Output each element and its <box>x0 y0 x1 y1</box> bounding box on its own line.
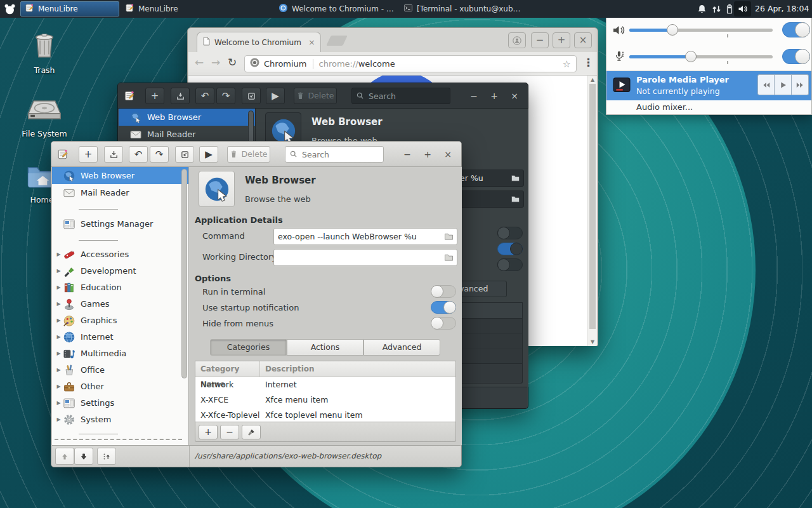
expander-icon[interactable]: ▶ <box>55 251 63 257</box>
task-button-chromium[interactable]: Welcome to Chromium - Chr... <box>274 1 402 17</box>
sidebar-item-mail-reader[interactable]: Mail Reader <box>52 184 188 201</box>
applications-menu-button[interactable] <box>2 2 17 16</box>
address-bar[interactable]: Chromium chrome:// welcome ☆ <box>244 55 577 72</box>
bookmark-star-icon[interactable]: ☆ <box>563 58 571 70</box>
delete-button[interactable]: Delete <box>294 88 337 104</box>
back-icon[interactable]: ← <box>195 56 204 69</box>
table-row[interactable]: NetworkInternet <box>195 377 455 392</box>
panel-clock[interactable]: 26 Apr, 18:04 <box>755 0 809 18</box>
column-header[interactable]: Category Name <box>195 361 260 377</box>
sidebar-category-multimedia[interactable]: ▶ Multimedia <box>52 345 188 362</box>
close-button[interactable]: × <box>441 148 455 161</box>
sidebar-category-games[interactable]: ▶ Games <box>52 295 188 312</box>
expander-icon[interactable]: ▶ <box>55 301 63 307</box>
expander-icon[interactable]: ▶ <box>55 268 63 274</box>
undo-button[interactable]: ↶ <box>129 146 148 163</box>
sidebar-category-settings[interactable]: ▶ Settings <box>52 394 188 411</box>
play-button[interactable] <box>775 74 792 95</box>
maximize-button[interactable]: + <box>421 148 435 161</box>
expander-icon[interactable]: ▶ <box>55 417 63 422</box>
audio-mixer-menu-item[interactable]: Audio mixer... <box>636 102 693 112</box>
scrollbar-thumb[interactable] <box>589 84 596 329</box>
sidebar-category-system[interactable]: ▶ System <box>52 411 188 428</box>
sidebar-category-accessories[interactable]: ▶ Accessories <box>52 246 188 263</box>
sidebar-item-mail-reader[interactable]: Mail Reader <box>119 126 255 143</box>
battery-tray-icon[interactable] <box>725 0 734 18</box>
minimize-button[interactable]: − <box>531 32 549 48</box>
delete-button[interactable]: Delete <box>227 146 270 163</box>
run-in-terminal-toggle[interactable] <box>431 285 456 298</box>
folder-browse-icon[interactable] <box>440 229 457 244</box>
run-in-terminal-toggle[interactable] <box>497 227 523 239</box>
sidebar-category-other[interactable]: ▶ Other <box>52 378 188 395</box>
microphone-slider[interactable] <box>629 55 773 58</box>
execute-button[interactable]: ▶ <box>199 146 218 163</box>
remove-category-button[interactable]: − <box>220 425 239 439</box>
redo-button[interactable]: ↷ <box>216 88 235 104</box>
tab-close-icon[interactable]: × <box>308 37 315 47</box>
scroll-down-icon[interactable]: ▼ <box>588 339 597 345</box>
expander-icon[interactable]: ▶ <box>55 367 63 373</box>
revert-button[interactable] <box>175 146 194 163</box>
close-button[interactable]: × <box>574 32 592 48</box>
profile-button[interactable] <box>508 32 526 48</box>
task-button-menulibre-active[interactable]: MenuLibre <box>20 1 119 17</box>
desktop-icon-trash[interactable]: Trash <box>20 29 69 75</box>
task-button-terminal[interactable]: [Terminal - xubuntu@xubunt... <box>399 1 528 17</box>
tab-advanced[interactable]: Advanced <box>363 339 440 356</box>
column-header[interactable]: Description <box>260 361 315 377</box>
folder-browse-icon[interactable] <box>507 170 523 186</box>
previous-track-button[interactable] <box>757 74 775 95</box>
command-input[interactable] <box>274 232 440 241</box>
tab-categories[interactable]: Categories <box>210 339 287 356</box>
revert-button[interactable] <box>242 88 261 104</box>
notification-tray-icon[interactable] <box>697 0 707 18</box>
expander-icon[interactable]: ▶ <box>55 384 63 389</box>
undo-button[interactable]: ↶ <box>195 88 214 104</box>
volume-tray-button[interactable] <box>734 1 751 17</box>
add-launcher-button[interactable]: + <box>145 88 164 104</box>
expander-icon[interactable]: ▶ <box>55 318 63 323</box>
search-input[interactable] <box>301 149 370 160</box>
add-launcher-button[interactable]: + <box>79 146 98 163</box>
next-track-button[interactable] <box>792 74 809 95</box>
move-down-button[interactable] <box>74 448 93 465</box>
expander-icon[interactable]: ▶ <box>55 400 63 406</box>
sidebar-category-education[interactable]: ▶ Education <box>52 279 188 296</box>
command-field[interactable] <box>273 228 457 245</box>
volume-slider[interactable] <box>629 29 773 32</box>
save-launcher-button[interactable] <box>104 146 123 163</box>
folder-browse-icon[interactable] <box>440 250 457 265</box>
maximize-button[interactable]: + <box>553 32 570 48</box>
reload-icon[interactable]: ↻ <box>228 56 237 69</box>
sidebar-item-settings-manager[interactable]: Settings Manager <box>52 215 188 232</box>
new-tab-button[interactable] <box>326 36 347 46</box>
volume-mute-toggle[interactable] <box>782 22 810 37</box>
redo-button[interactable]: ↷ <box>150 146 169 163</box>
scroll-up-icon[interactable]: ▲ <box>588 77 597 83</box>
sidebar-category-office[interactable]: ▶ Office <box>52 361 188 378</box>
volume-slider-handle[interactable] <box>667 24 678 36</box>
startup-notification-toggle[interactable] <box>431 301 456 314</box>
search-field[interactable] <box>351 88 450 104</box>
forward-icon[interactable]: → <box>211 56 220 69</box>
microphone-mute-toggle[interactable] <box>782 49 810 64</box>
expander-icon[interactable]: ▶ <box>55 284 63 290</box>
close-button[interactable]: × <box>508 90 521 102</box>
expander-icon[interactable]: ▶ <box>55 351 63 356</box>
network-tray-icon[interactable] <box>711 0 722 18</box>
table-row[interactable]: X-XFCEXfce menu item <box>195 392 455 408</box>
browser-tab[interactable]: Welcome to Chromium × <box>197 32 321 52</box>
working-directory-field[interactable] <box>273 249 457 266</box>
hide-from-menus-toggle[interactable] <box>431 317 456 330</box>
working-directory-input[interactable] <box>274 253 440 262</box>
move-up-button[interactable] <box>55 448 74 465</box>
folder-browse-icon[interactable] <box>507 191 523 207</box>
sidebar-item-web-browser[interactable]: Web Browser <box>119 109 255 126</box>
table-row[interactable]: X-Xfce-ToplevelXfce toplevel menu item <box>195 408 455 423</box>
launcher-icon-button[interactable] <box>199 171 235 207</box>
sidebar-category-graphics[interactable]: ▶ Graphics <box>52 312 188 329</box>
search-input[interactable] <box>367 91 437 102</box>
tab-actions[interactable]: Actions <box>287 339 363 356</box>
expander-icon[interactable]: ▶ <box>55 334 63 340</box>
